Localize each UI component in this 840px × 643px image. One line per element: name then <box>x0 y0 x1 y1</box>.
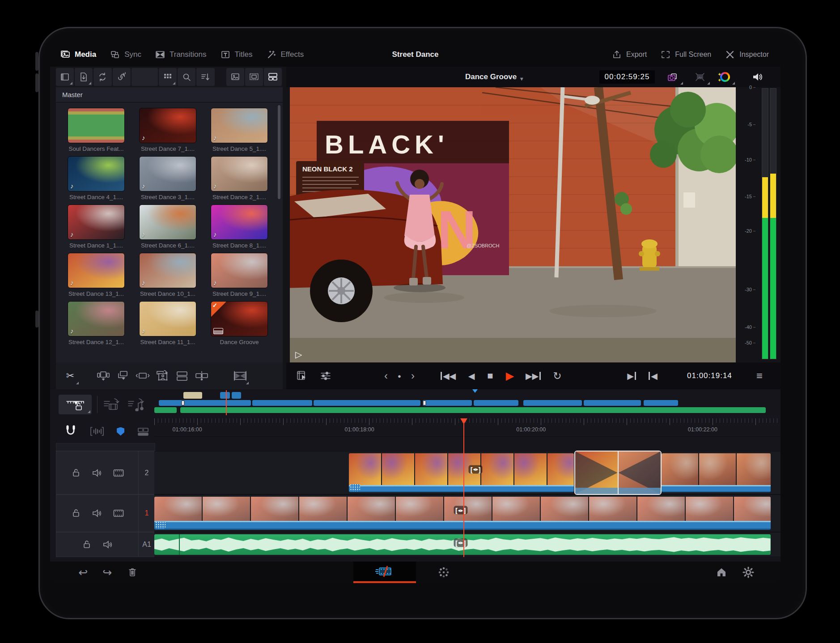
track-lane-v2[interactable]: [◂▸] <box>154 451 781 494</box>
track-lane-v1[interactable]: [◂▸] <box>154 494 781 532</box>
media-clip[interactable]: ♪Street Dance 8_1.... <box>204 204 275 249</box>
speaker-icon[interactable] <box>91 508 103 519</box>
clip-fx-badge[interactable] <box>350 484 360 491</box>
sort-button[interactable] <box>196 68 214 86</box>
media-clip[interactable]: ♪Street Dance 7_1.... <box>132 108 204 152</box>
overview-clip[interactable] <box>232 392 241 399</box>
trim-handles-badge[interactable]: [◂▸] <box>454 538 467 547</box>
media-clip[interactable]: ✓Dance Groove <box>204 301 275 345</box>
clip-fx-badge[interactable] <box>156 522 165 529</box>
jump-back-button[interactable]: ◀ <box>644 362 662 389</box>
overview-marker[interactable] <box>472 389 478 393</box>
overview-video-segment[interactable] <box>314 400 420 406</box>
insert-clip-button[interactable] <box>93 366 113 386</box>
mixer-button[interactable] <box>316 362 335 389</box>
resync-button[interactable] <box>93 68 111 86</box>
import-media-button[interactable] <box>75 68 93 86</box>
grab-still-button[interactable] <box>662 68 684 86</box>
relink-button[interactable] <box>113 68 131 86</box>
overview-playhead[interactable] <box>226 390 227 415</box>
overview-video-segment[interactable] <box>584 400 641 406</box>
media-clip[interactable]: ♪Street Dance 5_1.... <box>204 108 275 152</box>
cut-clip-button[interactable]: ✂ <box>60 366 80 386</box>
full-screen-button[interactable]: Full Screen <box>660 49 711 60</box>
film-icon[interactable] <box>113 508 124 519</box>
color-grade-button[interactable]: ✦✦ <box>714 68 736 86</box>
place-on-top-button[interactable] <box>153 366 172 386</box>
timeline-menu-button[interactable]: ≡ <box>751 362 768 389</box>
undo-button[interactable]: ↩ <box>73 562 93 583</box>
jump-forward-button[interactable]: ▶ <box>623 362 641 389</box>
overview-clip[interactable] <box>220 392 230 399</box>
flag-button[interactable] <box>117 427 124 436</box>
overview-video-segment[interactable] <box>252 400 312 406</box>
delete-button[interactable] <box>123 562 142 583</box>
settings-button[interactable] <box>738 562 759 583</box>
timeline-selector[interactable]: Dance Groove ▾ <box>465 67 523 87</box>
grid-view-button[interactable] <box>159 68 177 86</box>
tab-transitions[interactable]: Transitions <box>155 49 207 60</box>
inspector-button[interactable]: Inspector <box>725 49 769 60</box>
media-clip[interactable]: ♪Street Dance 4_1.... <box>60 156 132 200</box>
media-clip[interactable]: ♪Street Dance 13_1... <box>60 253 132 297</box>
trim-handles-badge[interactable]: [◂▸] <box>469 465 483 473</box>
lock-icon[interactable] <box>71 508 81 519</box>
playhead-dot-button[interactable]: ● <box>393 362 406 389</box>
panel-toggle-button[interactable] <box>56 68 74 86</box>
timeline-overview[interactable] <box>154 389 781 417</box>
tab-titles[interactable]: Titles <box>220 49 253 60</box>
media-clip[interactable]: ♪Street Dance 3_1.... <box>132 156 204 200</box>
add-track-icon[interactable] <box>136 425 150 438</box>
export-button[interactable]: Export <box>611 49 647 60</box>
overview-video-segment[interactable] <box>474 400 518 406</box>
track-lane-a1[interactable]: [◂▸] <box>154 532 781 557</box>
search-button[interactable] <box>178 68 195 86</box>
audio-scrub-icon[interactable] <box>89 425 105 438</box>
step-back-button[interactable]: ◀ <box>463 362 479 389</box>
overview-clip[interactable] <box>183 392 202 399</box>
play-button[interactable]: ▶ <box>501 362 519 389</box>
timeline-playhead[interactable] <box>463 418 464 557</box>
media-clip[interactable]: ♪Street Dance 10_1... <box>132 253 204 297</box>
cut-page-tab[interactable] <box>353 562 416 583</box>
overview-audio-segment[interactable] <box>180 407 765 413</box>
media-clip[interactable]: ♪Street Dance 12_1... <box>60 301 132 345</box>
tab-media[interactable]: Media <box>60 49 96 60</box>
cross-dissolve-transition[interactable] <box>574 451 661 495</box>
overview-video-segment[interactable] <box>644 400 679 406</box>
split-clip-button[interactable] <box>192 366 212 386</box>
home-button[interactable] <box>711 562 732 583</box>
track-header-a1[interactable]: A1 <box>56 532 155 557</box>
speaker-icon[interactable] <box>91 468 103 478</box>
tab-effects[interactable]: Effects <box>266 49 304 60</box>
redo-button[interactable]: ↪ <box>98 562 117 583</box>
replace-clip-button[interactable] <box>133 366 153 386</box>
video-clip[interactable] <box>662 453 771 492</box>
trim-handles-badge[interactable]: [◂▸] <box>454 506 467 515</box>
lock-icon[interactable] <box>71 468 81 478</box>
overview-video-segment[interactable] <box>523 400 582 406</box>
media-clip[interactable]: Soul Dancers Feat... <box>60 108 132 152</box>
strip-view-button[interactable] <box>264 68 282 86</box>
overview-video-segment[interactable] <box>423 400 471 406</box>
snapping-magnet-icon[interactable] <box>64 425 77 438</box>
power-button[interactable] <box>35 311 38 328</box>
overview-video-segment[interactable] <box>159 400 251 406</box>
media-clip[interactable]: ♪Street Dance 1_1.... <box>60 204 132 249</box>
volume-down-button[interactable] <box>35 73 38 92</box>
add-transition-button[interactable] <box>230 366 250 386</box>
lock-icon[interactable] <box>81 539 92 550</box>
goto-start-button[interactable]: ◀◀ <box>437 362 460 389</box>
trim-prev-button[interactable]: ‹ <box>379 362 393 389</box>
sync-audio-icon[interactable] <box>127 398 145 411</box>
overwrite-clip-button[interactable] <box>113 366 133 386</box>
fast-forward-button[interactable]: ▶▶ <box>522 362 545 389</box>
media-clip[interactable]: ♪Street Dance 6_1.... <box>132 204 204 249</box>
track-header-v1[interactable]: 1 <box>56 494 155 532</box>
append-clip-button[interactable] <box>172 366 192 386</box>
playhead-lock-button[interactable] <box>59 395 92 414</box>
overview-audio-segment[interactable] <box>154 407 177 413</box>
media-clip[interactable]: ♪Street Dance 2_1.... <box>204 156 275 200</box>
media-clip[interactable]: ♪Street Dance 11_1... <box>132 301 204 345</box>
enhance-button[interactable] <box>689 68 711 86</box>
